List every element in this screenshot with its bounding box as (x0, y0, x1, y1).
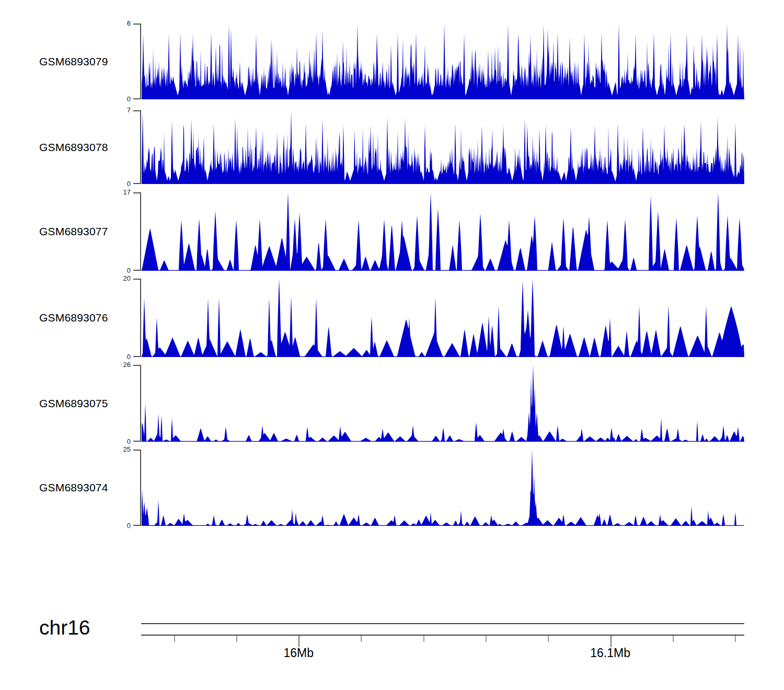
ruler-tick-label: 16Mb (267, 646, 330, 660)
y-axis-zero-label: 0 (107, 180, 131, 188)
track-label: GSM6893078 (39, 141, 108, 154)
coverage-signal (142, 450, 744, 526)
coverage-signal (142, 192, 744, 271)
y-axis-max-label: 7 (107, 106, 131, 114)
ruler-minor-tick (735, 636, 736, 642)
y-axis-zero-label: 0 (107, 95, 131, 104)
coverage-signal (142, 24, 744, 99)
ruler-major-tick (610, 636, 612, 647)
coverage-plot (142, 279, 744, 357)
ruler-minor-tick (174, 636, 175, 642)
coverage-plot (142, 192, 744, 271)
y-axis-max-label: 6 (107, 19, 131, 28)
y-axis-zero-label: 0 (107, 353, 131, 361)
y-axis-bracket (133, 110, 141, 184)
coverage-signal (142, 110, 744, 184)
coverage-track-gsm6893079: GSM6893079 6 0 (0, 24, 784, 99)
genome-browser-figure: GSM6893079 6 0 GSM6893078 7 0 GSM6893077… (0, 0, 784, 690)
y-axis-max-label: 17 (107, 188, 131, 197)
coverage-signal (142, 365, 744, 442)
y-axis-zero-label: 0 (107, 438, 131, 446)
track-label: GSM6893074 (39, 481, 108, 494)
coverage-track-gsm6893077: GSM6893077 17 0 (0, 192, 784, 271)
y-axis-bracket (133, 279, 141, 357)
y-axis-bracket (133, 450, 141, 526)
ruler-minor-tick (423, 636, 424, 642)
coverage-signal (142, 279, 744, 357)
ruler-minor-tick (361, 636, 362, 642)
track-label: GSM6893077 (39, 225, 108, 238)
coverage-track-gsm6893075: GSM6893075 26 0 (0, 365, 784, 442)
coverage-track-gsm6893076: GSM6893076 20 0 (0, 279, 784, 357)
ruler-line-top (141, 623, 744, 624)
y-axis-max-label: 25 (107, 445, 131, 454)
coverage-track-gsm6893074: GSM6893074 25 0 (0, 450, 784, 526)
y-axis-max-label: 20 (107, 274, 131, 283)
y-axis-max-label: 26 (107, 361, 131, 369)
ruler-minor-tick (486, 636, 487, 642)
ruler-minor-tick (236, 636, 237, 642)
ruler-line-bottom (141, 635, 744, 636)
ruler-minor-tick (673, 636, 674, 642)
chromosome-label: chr16 (39, 616, 90, 639)
ruler-minor-tick (548, 636, 549, 642)
coverage-plot (142, 110, 744, 184)
y-axis-zero-label: 0 (107, 522, 131, 530)
coverage-plot (142, 24, 744, 99)
coverage-track-gsm6893078: GSM6893078 7 0 (0, 110, 784, 184)
y-axis-zero-label: 0 (107, 267, 131, 275)
ruler-major-tick (298, 636, 299, 647)
y-axis-bracket (133, 24, 141, 99)
coverage-plot (142, 365, 744, 442)
track-label: GSM6893079 (39, 55, 108, 68)
coverage-plot (142, 450, 744, 526)
track-label: GSM6893075 (39, 397, 108, 410)
y-axis-bracket (133, 192, 141, 271)
track-label: GSM6893076 (39, 312, 108, 324)
y-axis-bracket (133, 365, 141, 442)
ruler-tick-label: 16.1Mb (579, 646, 642, 660)
